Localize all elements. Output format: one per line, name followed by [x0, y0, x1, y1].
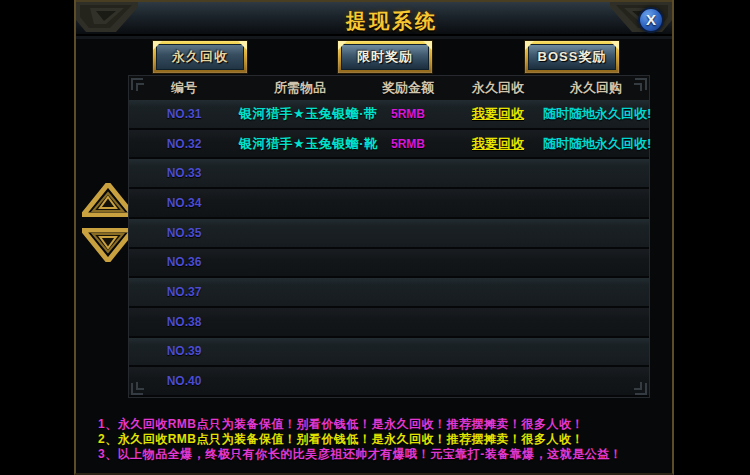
col-header-recycle: 永久回收 — [455, 79, 541, 97]
tab-limited-reward[interactable]: 限时奖励 — [338, 41, 432, 73]
table-row: NO.31 银河猎手★玉兔银蟾·带 5RMB 我要回收 随时随地永久回收! — [129, 100, 649, 130]
row-number: NO.37 — [129, 285, 239, 299]
table-row: NO.39 — [129, 338, 649, 368]
table-corner-decoration — [131, 379, 147, 395]
table-corner-decoration — [631, 78, 647, 94]
notice-area: 1、永久回收RMB点只为装备保值！别看价钱低！是永久回收！推荐摆摊卖！很多人收！… — [98, 417, 658, 462]
table-row: NO.37 — [129, 278, 649, 308]
tab-boss-reward[interactable]: BOSS奖励 — [525, 41, 619, 73]
recycle-link[interactable]: 我要回收 — [455, 135, 541, 153]
col-header-amount: 奖励金额 — [361, 79, 455, 97]
row-item-name: 银河猎手★玉兔银蟾·靴 — [239, 135, 361, 153]
tab-label: BOSS奖励 — [528, 44, 616, 70]
table-body: NO.31 银河猎手★玉兔银蟾·带 5RMB 我要回收 随时随地永久回收! NO… — [129, 100, 649, 397]
tab-label: 限时奖励 — [341, 44, 429, 70]
row-reward-amount: 5RMB — [361, 137, 455, 151]
row-repurchase-text: 随时随地永久回收! — [541, 135, 651, 153]
table-corner-decoration — [631, 379, 647, 395]
recycle-link[interactable]: 我要回收 — [455, 105, 541, 123]
table-row: NO.40 — [129, 367, 649, 397]
row-number: NO.33 — [129, 166, 239, 180]
notice-line-2: 2、永久回收RMB点只为装备保值！别看价钱低！是永久回收！推荐摆摊卖！很多人收！ — [98, 432, 658, 447]
table-row: NO.35 — [129, 219, 649, 249]
screen-background: 提现系统 X 永久回收 限时奖励 BOSS奖励 — [0, 0, 750, 475]
table-corner-decoration — [131, 78, 147, 94]
row-repurchase-text: 随时随地永久回收! — [541, 105, 651, 123]
row-number: NO.39 — [129, 344, 239, 358]
table-row: NO.32 银河猎手★玉兔银蟾·靴 5RMB 我要回收 随时随地永久回收! — [129, 130, 649, 160]
row-item-name: 银河猎手★玉兔银蟾·带 — [239, 105, 361, 123]
table-row: NO.34 — [129, 189, 649, 219]
title-bar: 提现系统 — [76, 0, 672, 36]
notice-line-1: 1、永久回收RMB点只为装备保值！别看价钱低！是永久回收！推荐摆摊卖！很多人收！ — [98, 417, 658, 432]
notice-line-3: 3、以上物品全爆，终极只有你长的比吴彦祖还帅才有爆哦！元宝靠打-装备靠爆，这就是… — [98, 447, 658, 462]
recycle-table: 编号 所需物品 奖励金额 永久回收 永久回购 NO.31 银河猎手★玉兔银蟾·带… — [128, 75, 650, 398]
row-number: NO.31 — [129, 107, 239, 121]
table-row: NO.33 — [129, 159, 649, 189]
page-up-arrow-icon[interactable] — [82, 183, 134, 217]
row-reward-amount: 5RMB — [361, 107, 455, 121]
tab-permanent-recycle[interactable]: 永久回收 — [153, 41, 247, 73]
withdraw-system-window: 提现系统 X 永久回收 限时奖励 BOSS奖励 — [74, 0, 674, 475]
close-button[interactable]: X — [638, 7, 664, 33]
page-down-arrow-icon[interactable] — [82, 228, 134, 262]
row-number: NO.36 — [129, 255, 239, 269]
row-number: NO.35 — [129, 226, 239, 240]
table-row: NO.38 — [129, 308, 649, 338]
tab-label: 永久回收 — [156, 44, 244, 70]
row-number: NO.34 — [129, 196, 239, 210]
col-header-item: 所需物品 — [239, 79, 361, 97]
row-number: NO.32 — [129, 137, 239, 151]
row-number: NO.38 — [129, 315, 239, 329]
table-row: NO.36 — [129, 249, 649, 279]
page-title: 提现系统 — [76, 8, 672, 35]
table-header-row: 编号 所需物品 奖励金额 永久回收 永久回购 — [129, 76, 649, 100]
